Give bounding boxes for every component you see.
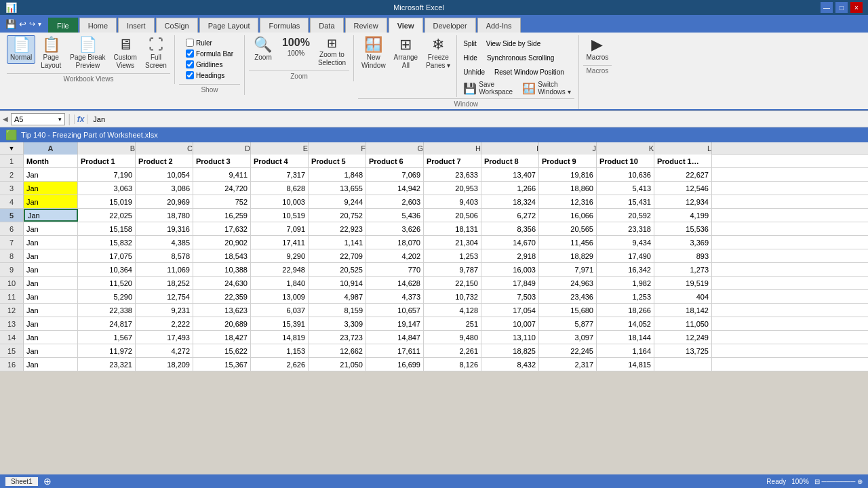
spreadsheet-cell[interactable]: 8,356 — [481, 222, 539, 235]
minimize-btn[interactable]: — — [821, 2, 833, 13]
macros-btn[interactable]: ▶ Macros — [583, 35, 612, 64]
spreadsheet-cell[interactable]: Product 8 — [481, 155, 539, 167]
spreadsheet-cell[interactable]: Product 10 — [597, 155, 654, 167]
spreadsheet-cell[interactable]: 13,623 — [193, 304, 251, 317]
table-row[interactable]: 3Jan3,0633,08624,7208,62813,65514,94220,… — [0, 182, 868, 195]
row-number[interactable]: 5 — [0, 209, 24, 222]
spreadsheet-cell[interactable]: 7,091 — [251, 222, 309, 235]
spreadsheet-cell[interactable]: 1,567 — [78, 331, 136, 344]
spreadsheet-cell[interactable]: 18,142 — [654, 304, 712, 317]
spreadsheet-cell[interactable]: 24,720 — [193, 182, 251, 195]
spreadsheet-cell[interactable]: 3,369 — [654, 236, 712, 249]
spreadsheet-cell[interactable]: 9,290 — [251, 249, 309, 262]
spreadsheet-cell[interactable]: 12,249 — [654, 331, 712, 344]
spreadsheet-cell[interactable]: Product 5 — [309, 155, 366, 167]
spreadsheet-cell[interactable]: 4,987 — [309, 290, 366, 303]
spreadsheet-cell[interactable]: 22,245 — [539, 344, 597, 357]
spreadsheet-cell[interactable]: 1,253 — [597, 290, 654, 303]
row-number[interactable]: 2 — [0, 168, 24, 181]
sync-scrolling-btn[interactable]: Synchronous Scrolling — [484, 51, 558, 64]
spreadsheet-cell[interactable]: 18,144 — [597, 331, 654, 344]
spreadsheet-cell[interactable]: 10,519 — [251, 209, 309, 222]
spreadsheet-cell[interactable]: Month — [24, 155, 78, 167]
switch-windows-btn[interactable]: 🪟 SwitchWindows ▾ — [519, 79, 574, 97]
undo-qa-btn[interactable]: ↩ — [19, 19, 26, 29]
spreadsheet-cell[interactable] — [654, 358, 712, 371]
spreadsheet-cell[interactable]: 18,860 — [539, 182, 597, 195]
spreadsheet-cell[interactable]: 12,316 — [539, 195, 597, 208]
row-number[interactable]: 14 — [0, 331, 24, 344]
spreadsheet-cell[interactable]: 17,411 — [251, 236, 309, 249]
spreadsheet-cell[interactable]: 22,627 — [654, 168, 712, 181]
spreadsheet-cell[interactable]: 11,520 — [78, 277, 136, 289]
reset-window-btn[interactable]: Reset Window Position — [491, 65, 568, 79]
table-row[interactable]: 4Jan15,01920,96975210,0039,2442,6039,403… — [0, 195, 868, 209]
tab-data[interactable]: Data — [310, 18, 343, 33]
spreadsheet-cell[interactable]: Product 7 — [424, 155, 481, 167]
col-header-c[interactable]: C — [136, 142, 193, 155]
spreadsheet-cell[interactable]: 1,273 — [654, 263, 712, 276]
spreadsheet-cell[interactable]: Product 1 — [78, 155, 136, 167]
spreadsheet-cell[interactable]: 5,290 — [78, 290, 136, 303]
corner-cell[interactable]: ▼ — [0, 142, 24, 154]
tab-developer[interactable]: Developer — [425, 18, 476, 33]
table-row[interactable]: 11Jan5,29012,75422,35913,0094,9874,37310… — [0, 290, 868, 304]
spreadsheet-cell[interactable]: 3,086 — [136, 182, 193, 195]
custom-views-btn[interactable]: 🖥 CustomViews — [111, 35, 140, 72]
spreadsheet-cell[interactable]: 10,388 — [193, 263, 251, 276]
spreadsheet-cell[interactable]: 9,411 — [193, 168, 251, 181]
name-box[interactable]: A5 ▾ — [11, 113, 65, 125]
spreadsheet-cell[interactable]: 22,150 — [424, 277, 481, 289]
spreadsheet-cell[interactable]: 4,385 — [136, 236, 193, 249]
spreadsheet-cell[interactable]: 21,304 — [424, 236, 481, 249]
formula-bar-checkbox[interactable]: Formula Bar — [184, 49, 235, 58]
spreadsheet-cell[interactable]: Jan — [24, 168, 78, 181]
spreadsheet-cell[interactable]: 21,050 — [309, 358, 366, 371]
spreadsheet-cell[interactable]: 13,655 — [309, 182, 366, 195]
row-number[interactable]: 4 — [0, 195, 24, 208]
spreadsheet-cell[interactable]: 7,503 — [481, 290, 539, 303]
spreadsheet-cell[interactable]: 20,592 — [597, 209, 654, 222]
spreadsheet-cell[interactable]: 3,309 — [309, 317, 366, 330]
col-header-g[interactable]: G — [366, 142, 424, 155]
spreadsheet-cell[interactable]: 23,436 — [539, 290, 597, 303]
spreadsheet-cell[interactable]: 770 — [366, 263, 424, 276]
spreadsheet-cell[interactable]: 18,427 — [193, 331, 251, 344]
spreadsheet-cell[interactable]: 8,159 — [309, 304, 366, 317]
new-window-btn[interactable]: 🪟 NewWindow — [358, 35, 389, 72]
tab-cosign[interactable]: CoSign — [156, 18, 198, 33]
spreadsheet-cell[interactable]: 14,819 — [251, 331, 309, 344]
spreadsheet-cell[interactable]: 1,153 — [251, 344, 309, 357]
spreadsheet-cell[interactable]: 11,972 — [78, 344, 136, 357]
table-row[interactable]: 7Jan15,8324,38520,90217,4111,14118,07021… — [0, 236, 868, 249]
spreadsheet-cell[interactable]: 20,565 — [539, 222, 597, 235]
spreadsheet-cell[interactable]: Product 4 — [251, 155, 309, 167]
spreadsheet-cell[interactable]: Jan — [24, 317, 78, 330]
spreadsheet-cell[interactable]: Jan — [24, 344, 78, 357]
spreadsheet-cell[interactable]: Jan — [24, 182, 78, 195]
spreadsheet-cell[interactable]: Jan — [24, 263, 78, 276]
col-header-d[interactable]: D — [193, 142, 251, 155]
row-number[interactable]: 12 — [0, 304, 24, 317]
spreadsheet-cell[interactable]: 8,126 — [424, 358, 481, 371]
row-number[interactable]: 3 — [0, 182, 24, 195]
tab-insert[interactable]: Insert — [118, 18, 155, 33]
spreadsheet-cell[interactable]: 11,456 — [539, 236, 597, 249]
spreadsheet-cell[interactable]: 4,128 — [424, 304, 481, 317]
spreadsheet-cell[interactable]: 4,199 — [654, 209, 712, 222]
spreadsheet-cell[interactable]: 11,069 — [136, 263, 193, 276]
zoom-selection-btn[interactable]: ⊞ Zoom toSelection — [315, 35, 349, 69]
spreadsheet-cell[interactable]: 13,725 — [654, 344, 712, 357]
col-header-b[interactable]: B — [78, 142, 136, 155]
spreadsheet-cell[interactable]: 17,849 — [481, 277, 539, 289]
spreadsheet-cell[interactable]: 23,633 — [424, 168, 481, 181]
row-number[interactable]: 11 — [0, 290, 24, 303]
spreadsheet-cell[interactable]: 9,434 — [597, 236, 654, 249]
spreadsheet-cell[interactable]: 2,317 — [539, 358, 597, 371]
spreadsheet-cell[interactable]: Jan — [24, 209, 78, 222]
spreadsheet-cell[interactable]: 404 — [654, 290, 712, 303]
spreadsheet-cell[interactable]: 2,603 — [366, 195, 424, 208]
spreadsheet-cell[interactable]: 20,752 — [309, 209, 366, 222]
spreadsheet-cell[interactable]: 14,815 — [597, 358, 654, 371]
spreadsheet-cell[interactable]: 2,222 — [136, 317, 193, 330]
